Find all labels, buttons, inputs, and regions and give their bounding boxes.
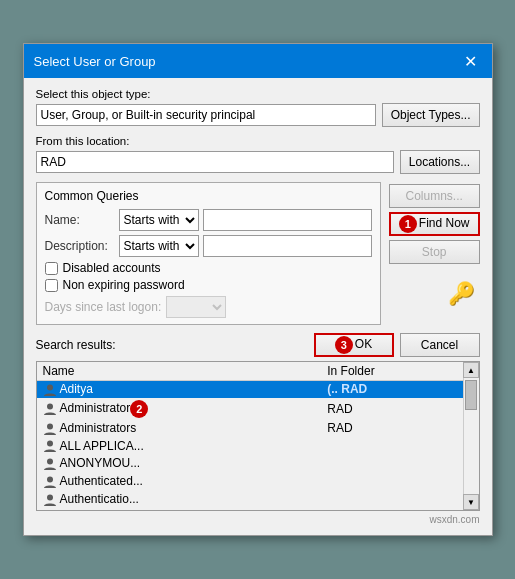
ok-button[interactable]: 3OK [314, 333, 394, 357]
table-row[interactable]: ALL APPLICA... [37, 437, 463, 455]
common-queries-title: Common Queries [45, 189, 372, 203]
disabled-accounts-row: Disabled accounts [45, 261, 372, 275]
table-row[interactable]: BATCH [37, 508, 463, 510]
row-folder-cell [321, 455, 462, 473]
name-starts-with-select[interactable]: Starts with Is exactly [119, 209, 199, 231]
results-scroll-area[interactable]: Name In Folder Aditya(.. RADAdministrato… [37, 362, 463, 510]
common-queries-box: Common Queries Name: Starts with Is exac… [36, 182, 381, 325]
results-tbody: Aditya(.. RADAdministrator2RADAdministra… [37, 381, 463, 511]
svg-point-6 [47, 494, 53, 500]
row-folder-cell: RAD [321, 419, 462, 437]
location-input[interactable] [36, 151, 394, 173]
table-row[interactable]: ANONYMOU... [37, 455, 463, 473]
badge-2: 2 [130, 400, 148, 418]
name-query-row: Name: Starts with Is exactly [45, 209, 372, 231]
row-name-cell: ALL APPLICA... [37, 437, 322, 455]
description-query-input[interactable] [203, 235, 372, 257]
row-name-cell: Administrator2 [37, 398, 322, 419]
location-label: From this location: [36, 135, 480, 147]
queries-section: Common Queries Name: Starts with Is exac… [36, 182, 480, 333]
dialog-body: Select this object type: Object Types...… [24, 78, 492, 535]
table-row[interactable]: AdministratorsRAD [37, 419, 463, 437]
close-button[interactable]: ✕ [460, 50, 482, 72]
locations-button[interactable]: Locations... [400, 150, 480, 174]
row-folder-cell: (.. RAD [321, 381, 462, 399]
disabled-accounts-label: Disabled accounts [63, 261, 161, 275]
stop-button[interactable]: Stop [389, 240, 480, 264]
row-name-cell: Administrators [37, 419, 322, 437]
right-buttons-panel: Columns... 1Find Now Stop 🔑 [389, 182, 480, 312]
badge-3: 3 [335, 336, 353, 354]
svg-point-2 [47, 423, 53, 429]
find-now-button[interactable]: 1Find Now [389, 212, 480, 236]
svg-point-5 [47, 477, 53, 483]
columns-button[interactable]: Columns... [389, 184, 480, 208]
row-folder-cell [321, 491, 462, 509]
results-table-wrapper: Name In Folder Aditya(.. RADAdministrato… [36, 361, 480, 511]
svg-point-4 [47, 459, 53, 465]
svg-point-1 [47, 403, 53, 409]
key-icon: 🔑 [444, 276, 480, 312]
object-types-button[interactable]: Object Types... [382, 103, 480, 127]
name-query-input[interactable] [203, 209, 372, 231]
location-row: Locations... [36, 150, 480, 174]
description-query-label: Description: [45, 239, 115, 253]
dialog-title: Select User or Group [34, 54, 156, 69]
object-type-input[interactable] [36, 104, 376, 126]
days-row: Days since last logon: [45, 296, 372, 318]
days-select[interactable] [166, 296, 226, 318]
non-expiring-row: Non expiring password [45, 278, 372, 292]
disabled-accounts-checkbox[interactable] [45, 262, 58, 275]
watermark: wsxdn.com [36, 514, 480, 525]
svg-point-0 [47, 384, 53, 390]
results-table: Name In Folder Aditya(.. RADAdministrato… [37, 362, 463, 510]
description-query-row: Description: Starts with Is exactly [45, 235, 372, 257]
row-name-cell: ANONYMOU... [37, 455, 322, 473]
row-name-cell: Authenticatio... [37, 491, 322, 509]
row-folder-cell [321, 508, 462, 510]
table-row[interactable]: Administrator2RAD [37, 398, 463, 419]
results-table-header: Name In Folder [37, 362, 463, 381]
search-results-label: Search results: [36, 338, 308, 352]
scroll-up-arrow[interactable]: ▲ [463, 362, 479, 378]
non-expiring-checkbox[interactable] [45, 279, 58, 292]
table-row[interactable]: Authenticatio... [37, 491, 463, 509]
object-type-label: Select this object type: [36, 88, 480, 100]
scroll-down-arrow[interactable]: ▼ [463, 494, 479, 510]
name-query-label: Name: [45, 213, 115, 227]
select-user-group-dialog: Select User or Group ✕ Select this objec… [23, 43, 493, 536]
row-name-cell: Aditya [37, 381, 322, 399]
badge-1: 1 [399, 215, 417, 233]
scrollbar-track: ▲ ▼ [463, 362, 479, 510]
ok-cancel-row: Search results: 3OK Cancel [36, 333, 480, 357]
non-expiring-label: Non expiring password [63, 278, 185, 292]
col-name[interactable]: Name [37, 362, 322, 381]
cancel-button[interactable]: Cancel [400, 333, 480, 357]
row-name-cell: BATCH [37, 508, 322, 510]
svg-point-3 [47, 441, 53, 447]
row-folder-cell [321, 473, 462, 491]
row-folder-cell: RAD [321, 398, 462, 419]
col-folder[interactable]: In Folder [321, 362, 462, 381]
scroll-thumb[interactable] [465, 380, 477, 410]
table-row[interactable]: Authenticated... [37, 473, 463, 491]
row-folder-cell [321, 437, 462, 455]
description-starts-with-select[interactable]: Starts with Is exactly [119, 235, 199, 257]
title-bar: Select User or Group ✕ [24, 44, 492, 78]
table-row[interactable]: Aditya(.. RAD [37, 381, 463, 399]
object-type-row: Object Types... [36, 103, 480, 127]
row-name-cell: Authenticated... [37, 473, 322, 491]
days-label: Days since last logon: [45, 300, 162, 314]
